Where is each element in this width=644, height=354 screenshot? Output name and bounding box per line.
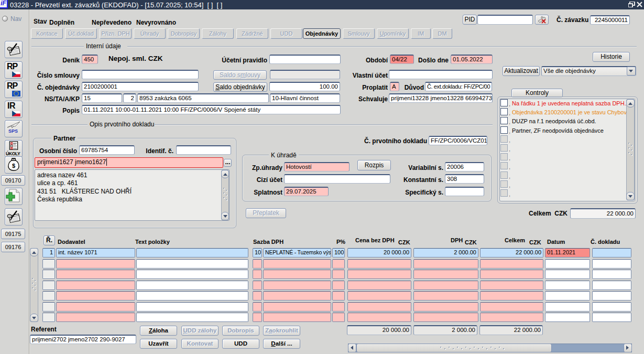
svg-text:$: $ bbox=[12, 163, 15, 169]
